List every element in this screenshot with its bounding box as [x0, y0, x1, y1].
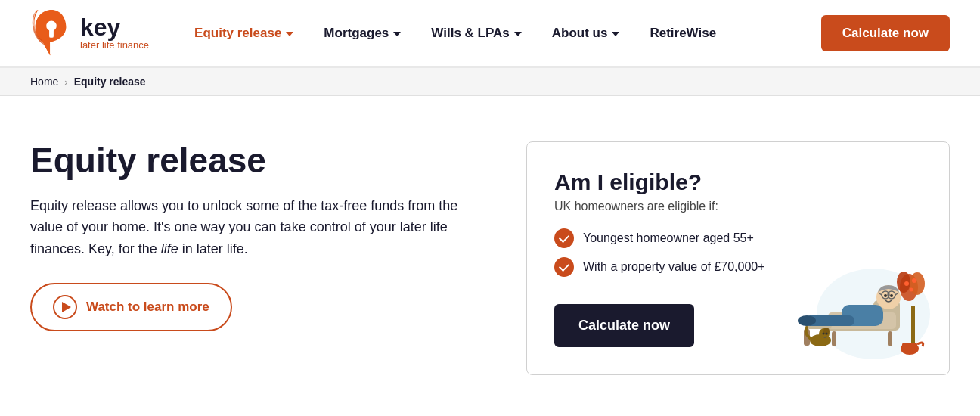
eligibility-card: Am I eligible? UK homeowners are eligibl… — [526, 141, 950, 375]
svg-point-27 — [910, 288, 913, 292]
svg-point-12 — [798, 315, 816, 326]
check-icon-age — [554, 228, 574, 248]
nav-about-us[interactable]: About us — [537, 0, 635, 67]
page-title: Equity release — [30, 141, 481, 180]
header-calculate-button[interactable]: Calculate now — [821, 15, 950, 51]
svg-point-14 — [884, 294, 887, 297]
nav-equity-release[interactable]: Equity release — [179, 0, 309, 67]
page-description: Equity release allows you to unlock some… — [30, 195, 481, 260]
logo-text: key later life finance — [80, 15, 149, 51]
svg-point-26 — [912, 278, 916, 283]
svg-point-32 — [826, 333, 828, 335]
watch-learn-more-button[interactable]: Watch to learn more — [30, 283, 232, 331]
nav-retirewise[interactable]: RetireWise — [634, 0, 731, 67]
svg-point-24 — [897, 272, 910, 293]
breadcrumb-home[interactable]: Home — [30, 76, 58, 88]
card-heading: Am I eligible? — [554, 169, 922, 195]
svg-rect-1 — [49, 29, 54, 38]
main-content: Equity release Equity release allows you… — [0, 96, 980, 416]
chevron-down-icon — [286, 32, 293, 36]
breadcrumb-current: Equity release — [74, 76, 146, 88]
chevron-down-icon — [514, 32, 522, 36]
svg-rect-5 — [888, 331, 892, 346]
chevron-down-icon — [393, 32, 401, 36]
svg-point-23 — [910, 272, 925, 295]
hero-left: Equity release Equity release allows you… — [30, 141, 481, 331]
play-triangle-icon — [62, 302, 71, 312]
check-icon-property — [554, 257, 574, 277]
nav-mortgages[interactable]: Mortgages — [309, 0, 416, 67]
breadcrumb-separator: › — [64, 76, 67, 88]
svg-point-31 — [823, 333, 825, 335]
play-circle-icon — [53, 295, 77, 319]
logo-key-label: key — [80, 15, 149, 39]
main-nav: Equity release Mortgages Wills & LPAs Ab… — [179, 0, 821, 67]
breadcrumb: Home › Equity release — [0, 68, 980, 96]
chevron-down-icon — [612, 32, 619, 36]
card-subtitle: UK homeowners are eligible if: — [554, 200, 922, 213]
svg-rect-4 — [832, 331, 836, 346]
illustration — [783, 246, 934, 359]
logo[interactable]: key later life finance — [30, 7, 149, 60]
card-calculate-button[interactable]: Calculate now — [554, 304, 694, 347]
nav-wills-lpas[interactable]: Wills & LPAs — [416, 0, 536, 67]
svg-point-25 — [904, 281, 909, 286]
svg-point-15 — [890, 294, 893, 297]
svg-rect-34 — [902, 343, 917, 350]
logo-icon — [30, 7, 73, 60]
logo-tagline-label: later life finance — [80, 39, 149, 51]
